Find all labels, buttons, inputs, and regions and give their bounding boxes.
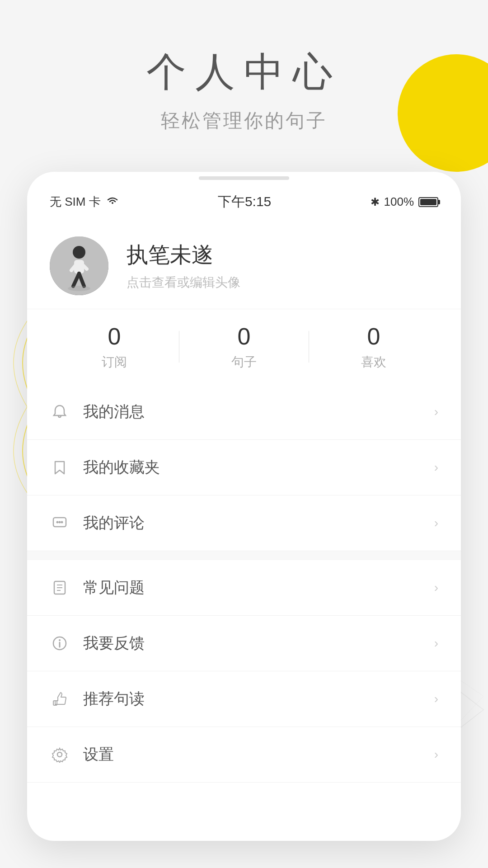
chat-icon bbox=[50, 513, 70, 533]
menu-item-faq-left: 常见问题 bbox=[50, 577, 145, 598]
chevron-right-icon: › bbox=[434, 405, 438, 419]
menu-settings-label: 设置 bbox=[83, 744, 114, 765]
page-header: 个人中心 轻松管理你的句子 bbox=[0, 45, 488, 133]
status-bar: 无 SIM 卡 下午5:15 ✱ 100% bbox=[27, 180, 461, 218]
chevron-right-icon-6: › bbox=[434, 692, 438, 706]
menu-item-comments-left: 我的评论 bbox=[50, 513, 145, 533]
menu-group-spacer bbox=[27, 551, 461, 560]
stat-sentences[interactable]: 0 句子 bbox=[179, 323, 309, 371]
menu-item-messages[interactable]: 我的消息 › bbox=[27, 384, 461, 440]
menu-item-favorites-left: 我的收藏夹 bbox=[50, 457, 160, 478]
menu-favorites-label: 我的收藏夹 bbox=[83, 457, 160, 478]
menu-messages-label: 我的消息 bbox=[83, 401, 145, 422]
chevron-right-icon-7: › bbox=[434, 747, 438, 762]
menu-item-recommend-left: 推荐句读 bbox=[50, 689, 145, 709]
menu-feedback-label: 我要反馈 bbox=[83, 633, 145, 654]
profile-name: 执笔未遂 bbox=[127, 241, 240, 269]
svg-point-20 bbox=[57, 752, 62, 757]
stat-likes-value: 0 bbox=[367, 323, 380, 350]
menu-item-feedback-left: 我要反馈 bbox=[50, 633, 145, 654]
profile-info: 执笔未遂 点击查看或编辑头像 bbox=[127, 241, 240, 291]
svg-point-9 bbox=[56, 521, 59, 524]
tag-icon bbox=[50, 578, 70, 598]
status-right: ✱ 100% bbox=[371, 195, 439, 209]
stat-likes[interactable]: 0 喜欢 bbox=[309, 323, 438, 371]
svg-point-18 bbox=[59, 639, 61, 641]
thumb-icon bbox=[50, 689, 70, 709]
stat-likes-label: 喜欢 bbox=[361, 354, 386, 371]
stat-subscribe[interactable]: 0 订阅 bbox=[50, 323, 179, 371]
wifi-icon bbox=[106, 196, 119, 208]
svg-point-1 bbox=[73, 246, 85, 259]
status-left: 无 SIM 卡 bbox=[50, 194, 119, 210]
phone-notch bbox=[199, 176, 289, 180]
menu-group-1: 我的消息 › 我的收藏夹 › bbox=[27, 384, 461, 551]
stats-section: 0 订阅 0 句子 0 喜欢 bbox=[27, 309, 461, 384]
menu-comments-label: 我的评论 bbox=[83, 513, 145, 533]
gear-icon bbox=[50, 745, 70, 764]
menu-item-recommend[interactable]: 推荐句读 › bbox=[27, 671, 461, 727]
phone-mockup: 无 SIM 卡 下午5:15 ✱ 100% bbox=[27, 172, 461, 841]
menu-item-faq[interactable]: 常见问题 › bbox=[27, 560, 461, 616]
battery-percentage: 100% bbox=[384, 195, 414, 209]
menu-item-settings-left: 设置 bbox=[50, 744, 114, 765]
stat-sentences-label: 句子 bbox=[231, 354, 257, 371]
stat-sentences-value: 0 bbox=[238, 323, 251, 350]
svg-point-7 bbox=[68, 286, 90, 291]
menu-item-settings[interactable]: 设置 › bbox=[27, 727, 461, 783]
page-title: 个人中心 bbox=[0, 45, 488, 99]
bell-icon bbox=[50, 402, 70, 422]
phone-notch-area bbox=[27, 172, 461, 180]
bluetooth-icon: ✱ bbox=[371, 196, 380, 208]
chevron-right-icon-3: › bbox=[434, 516, 438, 530]
page-subtitle: 轻松管理你的句子 bbox=[0, 108, 488, 133]
avatar[interactable] bbox=[50, 236, 108, 295]
menu-group-2: 常见问题 › 我要反馈 › bbox=[27, 560, 461, 783]
time-display: 下午5:15 bbox=[218, 193, 271, 211]
stat-subscribe-value: 0 bbox=[108, 323, 121, 350]
menu-faq-label: 常见问题 bbox=[83, 577, 145, 598]
info-icon bbox=[50, 633, 70, 653]
bookmark-icon bbox=[50, 458, 70, 477]
menu-item-messages-left: 我的消息 bbox=[50, 401, 145, 422]
menu-item-feedback[interactable]: 我要反馈 › bbox=[27, 616, 461, 671]
battery-icon bbox=[418, 197, 438, 207]
chevron-right-icon-5: › bbox=[434, 636, 438, 651]
svg-point-10 bbox=[59, 521, 61, 524]
menu-item-favorites[interactable]: 我的收藏夹 › bbox=[27, 440, 461, 495]
avatar-image bbox=[50, 236, 108, 295]
chevron-right-icon-2: › bbox=[434, 460, 438, 475]
chevron-right-icon-4: › bbox=[434, 580, 438, 595]
menu-item-comments[interactable]: 我的评论 › bbox=[27, 495, 461, 551]
carrier-label: 无 SIM 卡 bbox=[50, 194, 101, 210]
stat-subscribe-label: 订阅 bbox=[102, 354, 127, 371]
profile-hint: 点击查看或编辑头像 bbox=[127, 274, 240, 291]
profile-section[interactable]: 执笔未遂 点击查看或编辑头像 bbox=[27, 218, 461, 309]
menu-recommend-label: 推荐句读 bbox=[83, 689, 145, 709]
svg-point-11 bbox=[61, 521, 63, 524]
